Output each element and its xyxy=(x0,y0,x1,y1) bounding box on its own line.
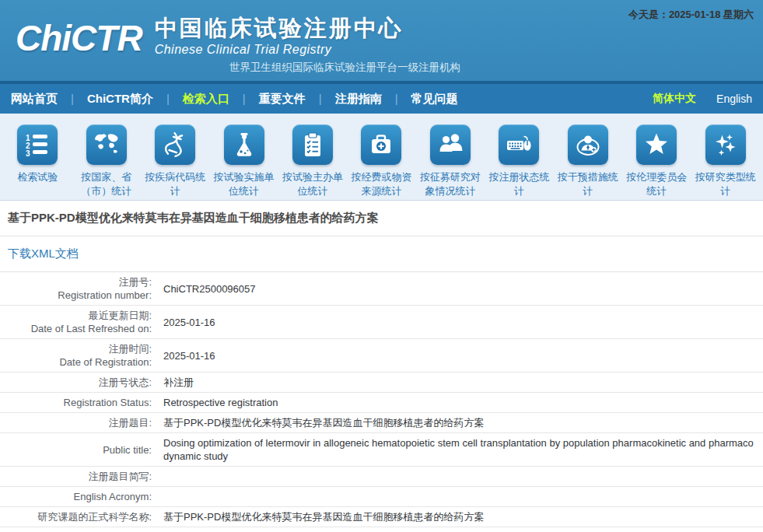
toolbar-item[interactable]: 按注册状态统计 xyxy=(485,124,553,198)
toolbar-item-label: 检索试验 xyxy=(17,170,58,184)
lang-simplified-chinese-link[interactable]: 简体中文 xyxy=(653,92,696,106)
row-label: 注册题目简写: xyxy=(0,467,158,486)
toolbar-item[interactable]: 按经费或物资来源统计 xyxy=(347,124,415,198)
clipboard-icon xyxy=(292,124,333,165)
row-label: Public title: xyxy=(0,440,158,460)
nav-item[interactable]: 常见问题 xyxy=(382,92,458,107)
toolbar-item[interactable]: 按研究类型统计 xyxy=(691,124,760,198)
who-platform-subtitle: 世界卫生组织国际临床试验注册平台一级注册机构 xyxy=(229,61,460,75)
nav-item[interactable]: ChiCTR简介 xyxy=(58,92,153,107)
toolbar-item-label: 按干预措施统计 xyxy=(554,170,622,198)
today-date: 今天是：2025-01-18 星期六 xyxy=(628,8,754,22)
row-value: ChiCTR2500096057 xyxy=(158,279,763,299)
flask-icon xyxy=(224,124,264,165)
row-label: 注册号状态: xyxy=(0,373,158,392)
table-row: Public title: Dosing optimization of let… xyxy=(0,433,763,467)
doctor-icon xyxy=(568,124,608,165)
toolbar-item[interactable]: 按国家、省（市）统计 xyxy=(72,124,140,198)
sparkles-icon xyxy=(705,124,746,165)
row-label: Registration Status: xyxy=(0,393,158,412)
download-xml-link[interactable]: 下载XML文档 xyxy=(8,247,79,260)
main-nav: 网站首页 ChiCTR简介 检索入口 重要文件 注册指南 常见问题 简体中文 E… xyxy=(0,81,763,114)
svg-text:3: 3 xyxy=(26,149,30,158)
toolbar-item-label: 按国家、省（市）统计 xyxy=(72,170,140,198)
row-value: 基于PPK-PD模型优化来特莫韦在异基因造血干细胞移植患者的给药方案 xyxy=(158,413,763,432)
table-row: 研究课题的正式科学名称: 基于PPK-PD模型优化来特莫韦在异基因造血干细胞移植… xyxy=(0,507,763,527)
toolbar-item[interactable]: 按伦理委员会统计 xyxy=(622,124,691,198)
table-row: 最近更新日期: Date of Last Refreshed on: 2025-… xyxy=(0,306,763,339)
table-row: 注册号: Registration number: ChiCTR25000960… xyxy=(0,272,763,306)
site-title-zh: 中国临床试验注册中心 xyxy=(155,14,404,42)
nav-item[interactable]: 注册指南 xyxy=(306,92,382,107)
people-group-icon xyxy=(430,124,471,165)
row-value: 2025-01-16 xyxy=(158,313,763,332)
toolbar-item[interactable]: 按干预措施统计 xyxy=(554,124,622,198)
dna-icon xyxy=(155,124,195,165)
toolbar-item[interactable]: 按试验主办单位统计 xyxy=(278,124,347,198)
row-label: 研究课题的正式科学名称: xyxy=(0,507,158,527)
toolbar-item-label: 按疾病代码统计 xyxy=(141,170,209,198)
row-value: Retrospective registration xyxy=(158,393,763,412)
row-label: English Acronym: xyxy=(0,487,158,506)
row-value xyxy=(158,474,763,480)
toolbar-item-label: 按伦理委员会统计 xyxy=(622,170,691,198)
row-label: 注册号: Registration number: xyxy=(0,272,158,305)
site-header: 今天是：2025-01-18 星期六 ChiCTR 中国临床试验注册中心 Chi… xyxy=(0,0,763,81)
toolbar-item-label: 按试验主办单位统计 xyxy=(278,170,347,198)
download-row: 下载XML文档 xyxy=(0,236,763,272)
table-row: 注册号状态: 补注册 xyxy=(0,373,763,393)
statistics-toolbar: 123 检索试验 按国家、省（市）统计 按疾病代码统计 按试验实施单位统计 按试… xyxy=(0,114,763,201)
language-switcher: 简体中文 English xyxy=(653,92,752,106)
nav-list: 网站首页 ChiCTR简介 检索入口 重要文件 注册指南 常见问题 xyxy=(11,92,458,107)
medical-bag-icon xyxy=(361,124,401,165)
row-value: 基于PPK-PD模型优化来特莫韦在异基因造血干细胞移植患者的给药方案 xyxy=(158,507,763,527)
star-icon xyxy=(636,124,677,165)
nav-item[interactable]: 网站首页 xyxy=(11,92,58,107)
toolbar-item-label: 按经费或物资来源统计 xyxy=(347,170,415,198)
registration-info-table: 注册号: Registration number: ChiCTR25000960… xyxy=(0,272,763,527)
trial-page-title: 基于PPK-PD模型优化来特莫韦在异基因造血干细胞移植患者的给药方案 xyxy=(0,201,763,236)
toolbar-item[interactable]: 按疾病代码统计 xyxy=(141,124,209,198)
toolbar-item[interactable]: 123 检索试验 xyxy=(3,124,72,184)
nav-item[interactable]: 检索入口 xyxy=(153,92,229,107)
chictr-logo: ChiCTR xyxy=(16,12,142,64)
row-label: 最近更新日期: Date of Last Refreshed on: xyxy=(0,306,158,338)
toolbar-item[interactable]: 按征募研究对象情况统计 xyxy=(416,124,485,198)
row-value: 补注册 xyxy=(158,373,763,392)
toolbar-item-label: 按试验实施单位统计 xyxy=(209,170,278,198)
site-brand[interactable]: ChiCTR 中国临床试验注册中心 Chinese Clinical Trial… xyxy=(16,12,404,64)
row-value: 2025-01-16 xyxy=(158,346,763,366)
table-row: 注册时间: Date of Registration: 2025-01-16 xyxy=(0,339,763,373)
toolbar-item-label: 按征募研究对象情况统计 xyxy=(416,170,485,198)
row-label: 注册时间: Date of Registration: xyxy=(0,339,158,372)
row-value xyxy=(158,494,763,500)
toolbar-item-label: 按研究类型统计 xyxy=(691,170,760,198)
table-row: 注册题目简写: xyxy=(0,467,763,487)
toolbar-item[interactable]: 按试验实施单位统计 xyxy=(209,124,278,198)
nav-item[interactable]: 重要文件 xyxy=(229,92,306,107)
world-map-icon xyxy=(86,124,127,165)
row-value: Dosing optimization of letermovir in all… xyxy=(158,433,763,466)
table-row: 注册题目: 基于PPK-PD模型优化来特莫韦在异基因造血干细胞移植患者的给药方案 xyxy=(0,413,763,433)
row-label: 注册题目: xyxy=(0,413,158,432)
numbered-list-icon: 123 xyxy=(17,124,58,165)
lang-english-link[interactable]: English xyxy=(716,93,752,105)
table-row: Registration Status: Retrospective regis… xyxy=(0,393,763,413)
keyboard-mouse-icon xyxy=(499,124,539,165)
site-title-en: Chinese Clinical Trial Registry xyxy=(155,43,404,57)
brand-titles: 中国临床试验注册中心 Chinese Clinical Trial Regist… xyxy=(155,12,404,57)
toolbar-item-label: 按注册状态统计 xyxy=(485,170,553,198)
table-row: English Acronym: xyxy=(0,487,763,507)
trial-detail-main: 基于PPK-PD模型优化来特莫韦在异基因造血干细胞移植患者的给药方案 下载XML… xyxy=(0,201,763,527)
